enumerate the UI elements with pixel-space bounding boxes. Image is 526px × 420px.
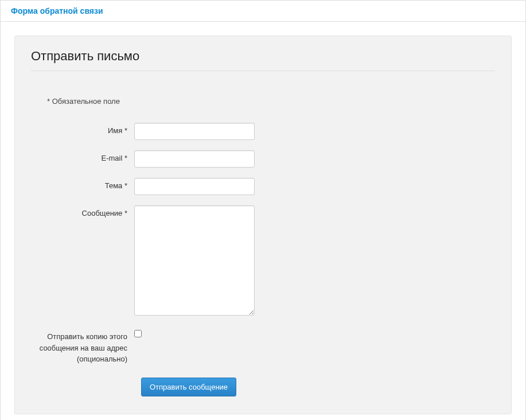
email-label: E-mail * — [31, 150, 134, 162]
form-row-message: Сообщение * — [31, 205, 495, 317]
subject-input[interactable] — [134, 178, 255, 195]
feedback-form-link[interactable]: Форма обратной связи — [11, 6, 103, 15]
content-wrap: Отправить письмо * Обязательное поле Имя… — [1, 22, 525, 420]
subject-label: Тема * — [31, 178, 134, 190]
message-textarea[interactable] — [134, 205, 255, 316]
email-input[interactable] — [134, 150, 255, 168]
panel-title: Отправить письмо — [31, 49, 495, 71]
page-container: Форма обратной связи Отправить письмо * … — [0, 0, 526, 420]
form-row-email: E-mail * — [31, 150, 495, 168]
copy-label: Отправить копию этого сообщения на ваш а… — [31, 328, 134, 365]
header-bar: Форма обратной связи — [1, 1, 525, 22]
form-row-subject: Тема * — [31, 178, 495, 195]
form-row-name: Имя * — [31, 123, 495, 140]
form-panel: Отправить письмо * Обязательное поле Имя… — [14, 36, 512, 414]
name-label: Имя * — [31, 123, 134, 135]
required-note: * Обязательное поле — [47, 97, 495, 106]
submit-row: Отправить сообщение — [141, 378, 495, 396]
name-input[interactable] — [134, 123, 255, 140]
copy-checkbox[interactable] — [134, 330, 142, 337]
message-label: Сообщение * — [31, 205, 134, 217]
form-row-copy: Отправить копию этого сообщения на ваш а… — [31, 328, 495, 365]
submit-button[interactable]: Отправить сообщение — [141, 378, 236, 396]
